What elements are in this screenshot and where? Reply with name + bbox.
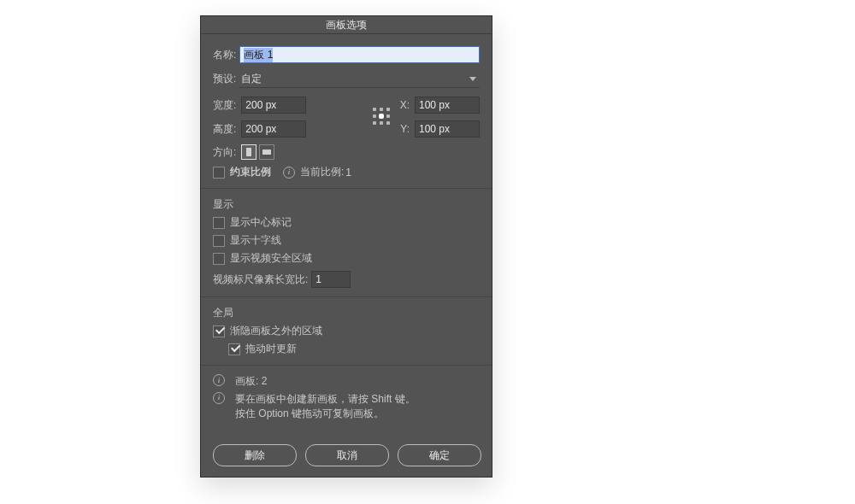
drag-update-checkbox[interactable]: [228, 343, 240, 355]
artboard-options-dialog: 画板选项 名称: 预设: 自定 宽度: X:: [200, 15, 492, 478]
cancel-button[interactable]: 取消: [305, 444, 389, 466]
name-row: 名称:: [213, 46, 480, 63]
chevron-down-icon: [469, 77, 476, 81]
hint-line-2: 按住 Option 键拖动可复制画板。: [235, 407, 384, 419]
artboard-count-value: 2: [262, 375, 268, 387]
reference-point-widget[interactable]: [373, 108, 392, 126]
x-label: X:: [400, 99, 410, 111]
preset-row: 预设: 自定: [213, 70, 480, 88]
landscape-icon: [262, 149, 271, 155]
show-cross-row: 显示十字线: [213, 233, 480, 248]
hint-line-1: 要在画板中创建新画板，请按 Shift 键。: [235, 393, 416, 405]
dialog-content: 名称: 预设: 自定 宽度: X: 高度: Y: [201, 34, 492, 432]
global-section-title: 全局: [213, 306, 480, 320]
show-cross-label: 显示十字线: [230, 233, 281, 248]
name-label: 名称:: [213, 48, 236, 62]
dialog-title: 画板选项: [201, 16, 492, 34]
preset-label: 预设:: [213, 72, 236, 86]
show-safe-checkbox[interactable]: [213, 253, 225, 265]
fade-row: 渐隐画板之外的区域: [213, 324, 480, 338]
constrain-checkbox[interactable]: [213, 167, 225, 179]
par-input[interactable]: [311, 271, 351, 288]
orientation-row: 方向:: [213, 144, 480, 160]
fade-checkbox[interactable]: [213, 325, 225, 337]
show-center-row: 显示中心标记: [213, 215, 480, 230]
constrain-row: 约束比例 i 当前比例: 1: [213, 165, 480, 179]
info-icon: i: [213, 392, 225, 404]
constrain-label: 约束比例: [230, 165, 271, 179]
dimensions-grid: 宽度: X: 高度: Y:: [213, 97, 480, 138]
display-section-title: 显示: [213, 197, 480, 212]
width-label: 宽度:: [213, 98, 236, 113]
height-label: 高度:: [213, 122, 236, 137]
x-input[interactable]: [415, 97, 480, 114]
y-label: Y:: [400, 123, 410, 135]
show-center-label: 显示中心标记: [230, 215, 292, 230]
drag-update-row: 拖动时更新: [228, 342, 480, 356]
hint-text: 要在画板中创建新画板，请按 Shift 键。 按住 Option 键拖动可复制画…: [235, 392, 416, 421]
show-safe-row: 显示视频安全区域: [213, 251, 480, 266]
hint-row: i 要在画板中创建新画板，请按 Shift 键。 按住 Option 键拖动可复…: [213, 392, 480, 421]
height-input[interactable]: [241, 120, 306, 138]
name-input[interactable]: [239, 46, 480, 63]
current-ratio-value: 1: [345, 167, 351, 179]
info-icon: i: [213, 374, 225, 386]
fade-label: 渐隐画板之外的区域: [230, 324, 322, 338]
preset-select[interactable]: 自定: [239, 70, 480, 88]
orientation-label: 方向:: [213, 145, 236, 160]
orientation-landscape-button[interactable]: [259, 144, 274, 160]
preset-value: 自定: [241, 72, 262, 86]
artboard-count-label: 画板:: [235, 375, 258, 387]
orientation-portrait-button[interactable]: [241, 144, 256, 160]
show-cross-checkbox[interactable]: [213, 235, 225, 247]
par-label: 视频标尺像素长宽比:: [213, 273, 308, 287]
delete-button[interactable]: 删除: [213, 444, 297, 466]
button-row: 删除 取消 确定: [201, 432, 492, 477]
width-input[interactable]: [241, 97, 306, 114]
par-row: 视频标尺像素长宽比:: [213, 271, 480, 288]
portrait-icon: [246, 148, 251, 156]
show-safe-label: 显示视频安全区域: [230, 251, 312, 266]
drag-update-label: 拖动时更新: [245, 342, 297, 356]
current-ratio-label: 当前比例:: [300, 165, 344, 179]
info-icon: i: [283, 167, 295, 179]
artboard-count-row: i 画板: 2: [213, 374, 480, 389]
y-input[interactable]: [415, 120, 480, 138]
ok-button[interactable]: 确定: [398, 444, 481, 466]
show-center-checkbox[interactable]: [213, 217, 225, 229]
